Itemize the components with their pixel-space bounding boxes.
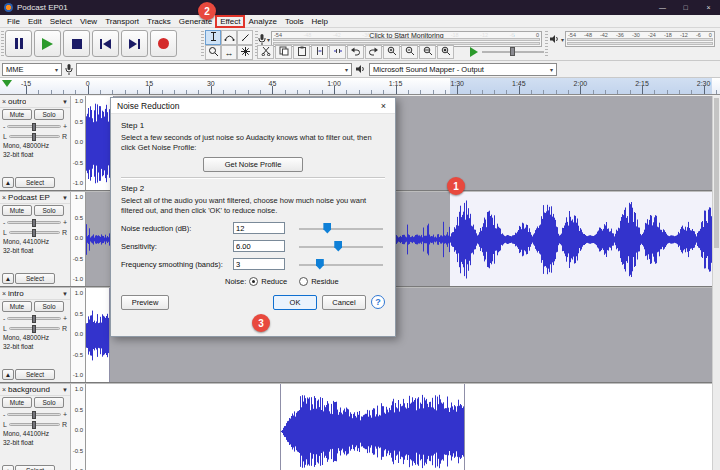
menu-item-edit[interactable]: Edit [24, 16, 46, 27]
gain-slider[interactable]: -+ [0, 313, 70, 323]
waveform[interactable] [450, 192, 712, 287]
track-close-icon[interactable]: × [2, 290, 6, 297]
pause-button[interactable] [5, 30, 32, 57]
redo-button[interactable] [365, 45, 382, 59]
sensitivity-input[interactable] [233, 240, 285, 252]
mute-button[interactable]: Mute [2, 205, 32, 216]
select-button[interactable]: Select [15, 177, 55, 188]
get-noise-profile-button[interactable]: Get Noise Profile [203, 157, 303, 172]
fit-selection-button[interactable] [419, 45, 436, 59]
pan-slider[interactable]: LR [0, 323, 70, 333]
collapse-button[interactable]: ▲ [2, 177, 14, 188]
track-name[interactable]: outro [8, 97, 26, 106]
toolbar-grip[interactable] [1, 31, 4, 57]
copy-button[interactable] [275, 45, 292, 59]
menu-item-effect[interactable]: Effect [216, 16, 244, 27]
audio-clip[interactable] [86, 288, 110, 383]
meter-menu-icon[interactable]: ▾ [267, 36, 270, 43]
paste-button[interactable] [293, 45, 310, 59]
vertical-ruler[interactable]: 1.00.50.0-0.5-1.0 [71, 384, 86, 470]
gain-slider[interactable]: -+ [0, 121, 70, 131]
noise-reduction-input[interactable] [233, 222, 285, 234]
dialog-close-icon[interactable]: × [378, 101, 389, 111]
menu-item-transport[interactable]: Transport [101, 16, 143, 27]
waveform[interactable] [281, 384, 464, 470]
frequency-smoothing-input[interactable] [233, 258, 285, 270]
speed-slider[interactable] [482, 46, 544, 58]
menu-item-help[interactable]: Help [308, 16, 332, 27]
skip-to-start-button[interactable] [92, 30, 119, 57]
solo-button[interactable]: Solo [34, 205, 64, 216]
waveform[interactable] [86, 288, 109, 383]
track-menu-icon[interactable]: ▼ [62, 195, 68, 201]
audio-clip[interactable] [280, 384, 465, 470]
menu-item-tools[interactable]: Tools [281, 16, 308, 27]
vertical-ruler[interactable]: 1.00.50.0-0.5-1.0 [71, 288, 86, 383]
help-button[interactable]: ? [371, 295, 385, 309]
gain-slider[interactable]: -+ [0, 217, 70, 227]
playback-meter[interactable]: ▾ -54-48-42-36-30-24-18-12-60 [549, 31, 715, 47]
noise-reduction-slider[interactable] [299, 222, 383, 235]
recording-device-select[interactable]: ▾ [76, 63, 352, 76]
timeshift-tool-button[interactable]: ↔ [221, 45, 237, 60]
zoom-out-button[interactable] [401, 45, 418, 59]
track-name[interactable]: intro [8, 289, 24, 298]
select-button[interactable]: Select [15, 369, 55, 380]
toolbar-grip[interactable] [201, 31, 204, 57]
track-menu-icon[interactable]: ▼ [62, 387, 68, 393]
mute-button[interactable]: Mute [2, 109, 32, 120]
selection-tool-button[interactable] [205, 30, 221, 45]
select-button[interactable]: Select [15, 273, 55, 284]
trim-audio-button[interactable] [311, 45, 328, 59]
track-menu-icon[interactable]: ▼ [62, 291, 68, 297]
fit-project-button[interactable] [437, 45, 454, 59]
frequency-smoothing-slider[interactable] [299, 258, 383, 271]
solo-button[interactable]: Solo [34, 301, 64, 312]
minimize-button[interactable]: — [651, 0, 674, 15]
radio-residue[interactable] [299, 277, 308, 286]
playback-device-select[interactable]: Microsoft Sound Mapper - Output▾ [369, 63, 557, 76]
menu-item-analyze[interactable]: Analyze [244, 16, 280, 27]
pinned-playhead-icon[interactable] [2, 80, 12, 87]
zoom-in-button[interactable] [383, 45, 400, 59]
waveform[interactable] [86, 96, 113, 191]
undo-button[interactable] [347, 45, 364, 59]
menu-item-view[interactable]: View [76, 16, 101, 27]
timeline-ruler[interactable]: -1501530451:001:151:301:452:002:152:30 [0, 78, 720, 95]
selected-audio-region[interactable] [450, 192, 712, 287]
toolbar-grip[interactable] [545, 31, 548, 57]
menu-item-file[interactable]: File [3, 16, 24, 27]
track-menu-icon[interactable]: ▼ [62, 99, 68, 105]
close-button[interactable]: × [697, 0, 720, 15]
cut-button[interactable] [257, 45, 274, 59]
vertical-ruler[interactable]: 1.00.50.0-0.5-1.0 [71, 96, 86, 191]
multi-tool-button[interactable] [237, 45, 253, 60]
select-button[interactable]: Select [15, 465, 55, 470]
play-at-speed-icon[interactable] [470, 47, 478, 57]
pan-slider[interactable]: LR [0, 419, 70, 429]
track-close-icon[interactable]: × [2, 386, 6, 393]
solo-button[interactable]: Solo [34, 109, 64, 120]
mute-button[interactable]: Mute [2, 397, 32, 408]
meter-menu-icon[interactable]: ▾ [561, 36, 564, 43]
menu-item-tracks[interactable]: Tracks [143, 16, 175, 27]
maximize-button[interactable]: □ [674, 0, 697, 15]
radio-reduce[interactable] [249, 277, 258, 286]
envelope-tool-button[interactable] [221, 30, 237, 45]
audio-host-select[interactable]: MME▾ [2, 63, 62, 76]
silence-audio-button[interactable] [329, 45, 346, 59]
collapse-button[interactable]: ▲ [2, 273, 14, 284]
mute-button[interactable]: Mute [2, 301, 32, 312]
menu-item-select[interactable]: Select [46, 16, 76, 27]
gain-slider[interactable]: -+ [0, 409, 70, 419]
pan-slider[interactable]: LR [0, 227, 70, 237]
draw-tool-button[interactable] [237, 30, 253, 45]
track-name[interactable]: Podcast EP [8, 193, 50, 202]
ok-button[interactable]: OK [273, 295, 317, 310]
playback-meter-body[interactable]: -54-48-42-36-30-24-18-12-60 [565, 31, 715, 47]
collapse-button[interactable]: ▲ [2, 465, 14, 470]
zoom-tool-button[interactable] [205, 45, 221, 60]
stop-button[interactable] [63, 30, 90, 57]
collapse-button[interactable]: ▲ [2, 369, 14, 380]
vertical-scrollbar[interactable] [712, 96, 720, 470]
